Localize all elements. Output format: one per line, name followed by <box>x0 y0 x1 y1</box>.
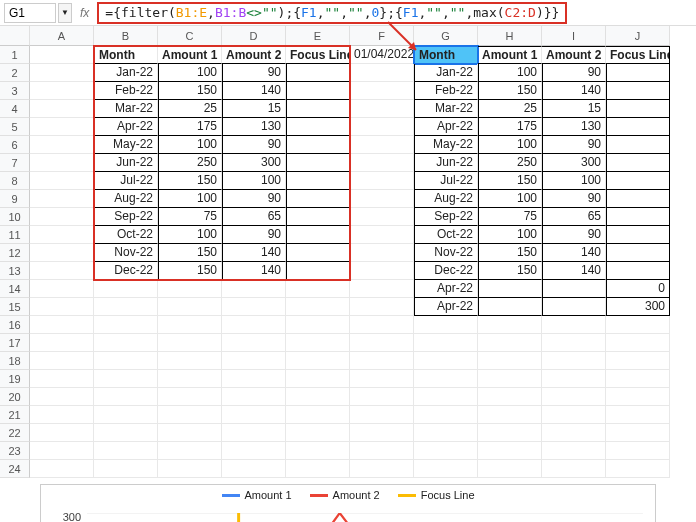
row-header-3[interactable]: 3 <box>0 82 30 100</box>
cell-I5[interactable]: 130 <box>542 118 606 136</box>
cell-C11[interactable]: 100 <box>158 226 222 244</box>
row-header-17[interactable]: 17 <box>0 334 30 352</box>
cell-G11[interactable]: Oct-22 <box>414 226 478 244</box>
cell-D5[interactable]: 130 <box>222 118 286 136</box>
cell-C23[interactable] <box>158 442 222 460</box>
cell-F24[interactable] <box>350 460 414 478</box>
cell-B20[interactable] <box>94 388 158 406</box>
cell-I10[interactable]: 65 <box>542 208 606 226</box>
cell-B5[interactable]: Apr-22 <box>94 118 158 136</box>
cell-I22[interactable] <box>542 424 606 442</box>
row-header-1[interactable]: 1 <box>0 46 30 64</box>
cell-A23[interactable] <box>30 442 94 460</box>
cell-H2[interactable]: 100 <box>478 64 542 82</box>
cell-E11[interactable] <box>286 226 350 244</box>
cell-D11[interactable]: 90 <box>222 226 286 244</box>
cell-I17[interactable] <box>542 334 606 352</box>
cell-D8[interactable]: 100 <box>222 172 286 190</box>
cell-B18[interactable] <box>94 352 158 370</box>
cell-G10[interactable]: Sep-22 <box>414 208 478 226</box>
cell-C19[interactable] <box>158 370 222 388</box>
cell-H10[interactable]: 75 <box>478 208 542 226</box>
cell-H20[interactable] <box>478 388 542 406</box>
cell-J20[interactable] <box>606 388 670 406</box>
cell-G24[interactable] <box>414 460 478 478</box>
cell-F10[interactable] <box>350 208 414 226</box>
cell-G19[interactable] <box>414 370 478 388</box>
cell-I2[interactable]: 90 <box>542 64 606 82</box>
cell-B8[interactable]: Jul-22 <box>94 172 158 190</box>
cell-J5[interactable] <box>606 118 670 136</box>
cell-E6[interactable] <box>286 136 350 154</box>
cell-B23[interactable] <box>94 442 158 460</box>
cell-F14[interactable] <box>350 280 414 298</box>
cell-H18[interactable] <box>478 352 542 370</box>
cell-D24[interactable] <box>222 460 286 478</box>
cell-I24[interactable] <box>542 460 606 478</box>
cell-J4[interactable] <box>606 100 670 118</box>
cell-D12[interactable]: 140 <box>222 244 286 262</box>
row-header-16[interactable]: 16 <box>0 316 30 334</box>
cell-F2[interactable] <box>350 64 414 82</box>
cell-I15[interactable] <box>542 298 606 316</box>
cell-E22[interactable] <box>286 424 350 442</box>
row-header-24[interactable]: 24 <box>0 460 30 478</box>
cell-I8[interactable]: 100 <box>542 172 606 190</box>
cell-H22[interactable] <box>478 424 542 442</box>
cell-B10[interactable]: Sep-22 <box>94 208 158 226</box>
cell-I18[interactable] <box>542 352 606 370</box>
cell-C5[interactable]: 175 <box>158 118 222 136</box>
cell-F9[interactable] <box>350 190 414 208</box>
cell-E14[interactable] <box>286 280 350 298</box>
cell-A14[interactable] <box>30 280 94 298</box>
cell-H19[interactable] <box>478 370 542 388</box>
col-header-F[interactable]: F <box>350 26 414 46</box>
cell-E17[interactable] <box>286 334 350 352</box>
cell-J6[interactable] <box>606 136 670 154</box>
cell-E2[interactable] <box>286 64 350 82</box>
cell-F19[interactable] <box>350 370 414 388</box>
cell-D14[interactable] <box>222 280 286 298</box>
cell-I16[interactable] <box>542 316 606 334</box>
cell-A5[interactable] <box>30 118 94 136</box>
cell-E8[interactable] <box>286 172 350 190</box>
cell-F4[interactable] <box>350 100 414 118</box>
cell-E13[interactable] <box>286 262 350 280</box>
cell-J1[interactable]: Focus Line <box>606 46 670 64</box>
cell-B12[interactable]: Nov-22 <box>94 244 158 262</box>
cell-I12[interactable]: 140 <box>542 244 606 262</box>
cell-I14[interactable] <box>542 280 606 298</box>
cell-H4[interactable]: 25 <box>478 100 542 118</box>
cell-A9[interactable] <box>30 190 94 208</box>
cell-I19[interactable] <box>542 370 606 388</box>
cell-A21[interactable] <box>30 406 94 424</box>
cell-J9[interactable] <box>606 190 670 208</box>
cell-B13[interactable]: Dec-22 <box>94 262 158 280</box>
cell-J24[interactable] <box>606 460 670 478</box>
cell-J13[interactable] <box>606 262 670 280</box>
cell-H12[interactable]: 150 <box>478 244 542 262</box>
cell-A1[interactable] <box>30 46 94 64</box>
col-header-G[interactable]: G <box>414 26 478 46</box>
cell-C1[interactable]: Amount 1 <box>158 46 222 64</box>
cell-B15[interactable] <box>94 298 158 316</box>
cell-C10[interactable]: 75 <box>158 208 222 226</box>
cell-J3[interactable] <box>606 82 670 100</box>
cell-C7[interactable]: 250 <box>158 154 222 172</box>
cell-E20[interactable] <box>286 388 350 406</box>
cell-B3[interactable]: Feb-22 <box>94 82 158 100</box>
cell-A11[interactable] <box>30 226 94 244</box>
row-header-4[interactable]: 4 <box>0 100 30 118</box>
cell-H5[interactable]: 175 <box>478 118 542 136</box>
cell-H9[interactable]: 100 <box>478 190 542 208</box>
cell-F23[interactable] <box>350 442 414 460</box>
cell-F15[interactable] <box>350 298 414 316</box>
cell-E7[interactable] <box>286 154 350 172</box>
cell-F1[interactable]: 01/04/2022▼ <box>350 46 414 64</box>
cell-D9[interactable]: 90 <box>222 190 286 208</box>
row-header-2[interactable]: 2 <box>0 64 30 82</box>
cell-C17[interactable] <box>158 334 222 352</box>
cell-E12[interactable] <box>286 244 350 262</box>
cell-H3[interactable]: 150 <box>478 82 542 100</box>
cell-D1[interactable]: Amount 2 <box>222 46 286 64</box>
